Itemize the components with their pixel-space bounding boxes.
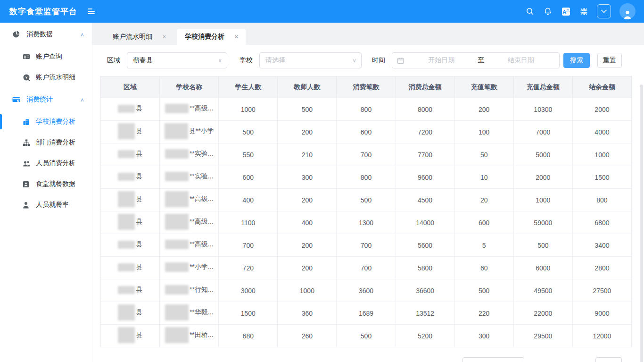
sidebar-item-1-3[interactable]: 食堂就餐数据 xyxy=(0,174,92,194)
sidebar-item-0-1[interactable]: ¥账户流水明细 xyxy=(0,67,92,88)
page-size-select[interactable] xyxy=(462,357,524,362)
cell-value: 700 xyxy=(337,234,396,257)
table-row: 县**高级...700200700560055003400 xyxy=(101,234,632,257)
cell-school: **高级... xyxy=(160,234,219,257)
cell-school: **实验... xyxy=(160,166,219,189)
sidebar: 消费数据∧账户查询¥账户流水明细¥消费统计∧学校消费分析部门消费分析人员消费分析… xyxy=(0,23,92,362)
cell-school: **高级... xyxy=(160,98,219,121)
tab-0[interactable]: 账户流水明细× xyxy=(105,29,173,45)
table-row: 县**高级...10005008008000200103002000 xyxy=(101,98,632,121)
chevron-down-icon[interactable] xyxy=(597,4,611,18)
chevron-up-icon: ∧ xyxy=(80,32,84,38)
sidebar-item-1-2[interactable]: 人员消费分析 xyxy=(0,153,92,174)
close-icon[interactable]: × xyxy=(163,34,166,40)
cell-value: 20 xyxy=(454,189,513,211)
sidebar-group-0[interactable]: 消费数据∧ xyxy=(0,23,92,46)
cell-region: 县 xyxy=(101,302,160,325)
start-date-input[interactable]: 开始日期 xyxy=(408,56,475,65)
cell-value: 1000 xyxy=(219,98,278,121)
close-icon[interactable]: × xyxy=(235,34,238,40)
cell-value: 800 xyxy=(337,166,396,189)
cell-value: 6000 xyxy=(513,257,572,279)
filter-bar: 区域 蕲春县 ∨ 学校 请选择 ∨ 时间 开始日期 至 结束日期 搜索 xyxy=(92,45,644,68)
tab-1[interactable]: 学校消费分析× xyxy=(177,29,246,45)
cell-region: 县 xyxy=(101,257,160,279)
id-card-icon xyxy=(23,53,30,60)
sidebar-item-1-1[interactable]: 部门消费分析 xyxy=(0,132,92,153)
cell-value: 14000 xyxy=(396,211,454,234)
cell-school: 县**小学 xyxy=(160,121,219,143)
org-tree-icon xyxy=(23,139,30,146)
redacted-region xyxy=(118,263,135,271)
cell-value: 2000 xyxy=(513,166,572,189)
cell-value: 7000 xyxy=(513,121,572,143)
cell-school: **实验... xyxy=(160,143,219,166)
reset-button[interactable]: 重置 xyxy=(597,53,622,68)
cell-value: 1000 xyxy=(278,279,337,302)
menu-icon[interactable] xyxy=(88,8,95,14)
cell-value: 6800 xyxy=(572,211,631,234)
cell-value: 4500 xyxy=(396,189,454,211)
sidebar-item-1-0[interactable]: 学校消费分析 xyxy=(0,111,92,132)
bell-icon[interactable] xyxy=(543,7,553,16)
cell-value: 400 xyxy=(278,211,337,234)
cell-region: 县 xyxy=(101,211,160,234)
tab-label: 学校消费分析 xyxy=(185,33,224,41)
region-select[interactable]: 蕲春县 ∨ xyxy=(127,52,227,68)
cell-value: 1689 xyxy=(337,302,396,325)
vertical-scrollbar[interactable] xyxy=(640,84,643,362)
table-row: 县**高级...4002005004500201000800 xyxy=(101,189,632,211)
cell-value: 500 xyxy=(337,325,396,347)
cell-value: 1000 xyxy=(572,143,631,166)
app-title: 数字食堂监管平台 xyxy=(9,6,77,17)
end-date-input[interactable]: 结束日期 xyxy=(487,56,555,65)
data-table-wrap: 区域学校名称学生人数教师人数消费笔数消费总金额充值笔数充值总金额结余金额 县**… xyxy=(100,76,632,347)
cell-region: 县 xyxy=(101,166,160,189)
cell-value: 12000 xyxy=(572,325,631,347)
cell-value: 600 xyxy=(219,166,278,189)
app-root: 数字食堂监管平台 A文 消费数据∧账户查询¥账户流水明细¥消费统计∧学校消费分 xyxy=(0,0,644,362)
cell-value: 5200 xyxy=(396,325,454,347)
column-header: 消费总金额 xyxy=(396,76,454,98)
cell-value: 3600 xyxy=(337,279,396,302)
date-range-picker[interactable]: 开始日期 至 结束日期 xyxy=(392,52,560,68)
cell-value: 7700 xyxy=(396,143,454,166)
cell-value: 500 xyxy=(219,121,278,143)
column-header: 消费笔数 xyxy=(337,76,396,98)
cell-value: 5800 xyxy=(396,257,454,279)
badge-icon xyxy=(23,181,30,188)
tab-label: 账户流水明细 xyxy=(113,33,152,41)
cell-school: **华毅... xyxy=(160,302,219,325)
cell-value: 200 xyxy=(278,234,337,257)
compress-icon[interactable] xyxy=(579,7,588,16)
credit-card-icon: ¥ xyxy=(12,96,21,103)
redacted-school xyxy=(165,240,189,249)
table-row: 县**田桥...68026050052003002950012000 xyxy=(101,325,632,347)
top-bar: 数字食堂监管平台 A文 xyxy=(0,0,644,23)
cell-value: 200 xyxy=(278,257,337,279)
cell-value: 720 xyxy=(219,257,278,279)
cell-value: 400 xyxy=(219,189,278,211)
sidebar-group-1[interactable]: ¥消费统计∧ xyxy=(0,88,92,111)
column-header: 充值笔数 xyxy=(454,76,513,98)
chevron-down-icon: ∨ xyxy=(352,57,356,64)
svg-text:文: 文 xyxy=(566,8,570,12)
search-icon[interactable] xyxy=(525,7,535,16)
cell-value: 9600 xyxy=(396,166,454,189)
redacted-region xyxy=(118,191,135,207)
tab-bar: 账户流水明细×学校消费分析× xyxy=(92,23,644,45)
sidebar-item-0-0[interactable]: 账户查询 xyxy=(0,46,92,67)
user-avatar[interactable] xyxy=(619,3,636,19)
translate-icon[interactable]: A文 xyxy=(561,7,570,16)
time-filter-label: 时间 xyxy=(372,56,385,65)
redacted-school xyxy=(165,104,189,113)
sidebar-item-1-4[interactable]: 人员就餐率 xyxy=(0,194,92,215)
school-select[interactable]: 请选择 ∨ xyxy=(259,52,362,68)
cell-value: 10300 xyxy=(513,98,572,121)
cell-value: 4000 xyxy=(572,121,631,143)
cell-value: 200 xyxy=(278,121,337,143)
column-header: 结余金额 xyxy=(572,76,631,98)
page-jump-box[interactable] xyxy=(595,357,622,362)
redacted-region xyxy=(118,214,135,230)
search-button[interactable]: 搜索 xyxy=(563,53,590,68)
